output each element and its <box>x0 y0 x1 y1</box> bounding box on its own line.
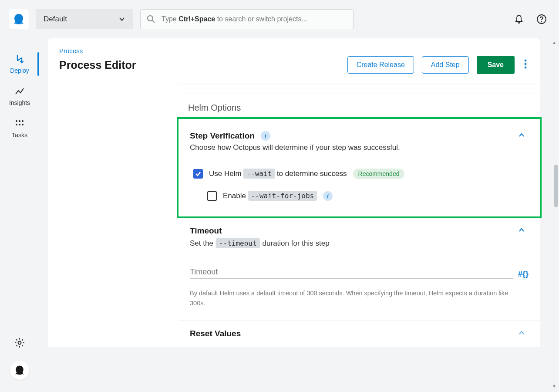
svg-point-14 <box>525 67 527 69</box>
collapse-toggle[interactable] <box>518 226 525 235</box>
create-release-button[interactable]: Create Release <box>347 56 414 74</box>
timeout-title: Timeout <box>190 226 222 236</box>
svg-point-10 <box>22 124 24 125</box>
svg-point-11 <box>18 341 21 345</box>
svg-point-12 <box>525 60 527 62</box>
settings-icon[interactable] <box>14 337 25 348</box>
svg-point-7 <box>22 120 24 122</box>
helm-options-heading: Helm Options <box>178 94 540 117</box>
collapse-toggle[interactable] <box>518 132 525 140</box>
nav-insights[interactable]: Insights <box>0 80 39 112</box>
step-verification-desc: Choose how Octopus will determine if you… <box>190 143 529 152</box>
info-icon[interactable]: i <box>323 191 333 201</box>
svg-point-4 <box>17 55 18 57</box>
breadcrumb-process[interactable]: Process <box>59 47 136 54</box>
nav-label: Deploy <box>10 67 29 74</box>
search-box[interactable]: Type Ctrl+Space to search or switch proj… <box>140 9 354 29</box>
timeout-helper: By default Helm uses a default timeout o… <box>190 288 521 308</box>
timeout-section: Timeout Set the --timeout duration for t… <box>178 218 540 317</box>
use-wait-label: Use Helm --wait to determine success <box>209 169 347 178</box>
insights-icon <box>14 86 25 97</box>
timeout-desc: Set the --timeout duration for this step <box>190 238 529 248</box>
nav-tasks[interactable]: Tasks <box>0 112 39 145</box>
reset-values-section: Reset Values <box>178 321 540 347</box>
bind-variable-icon[interactable]: #{} <box>518 270 529 279</box>
search-icon <box>147 15 155 24</box>
svg-point-0 <box>148 16 153 21</box>
user-avatar[interactable] <box>10 361 29 380</box>
use-wait-checkbox[interactable] <box>193 169 203 179</box>
svg-point-13 <box>525 63 527 65</box>
svg-line-1 <box>152 20 155 23</box>
space-selector[interactable]: Default <box>36 9 133 29</box>
svg-point-9 <box>19 124 20 125</box>
scroll-up-arrow[interactable]: ▲ <box>552 40 556 45</box>
chevron-down-icon <box>118 16 125 23</box>
app-logo[interactable] <box>9 9 29 29</box>
deploy-icon <box>14 54 25 64</box>
notifications-icon[interactable] <box>514 14 524 24</box>
scroll-down-arrow[interactable]: ▼ <box>552 384 556 389</box>
main-card: Process Process Editor Create Release Ad… <box>48 38 540 347</box>
recommended-badge: Recommended <box>353 169 405 179</box>
save-button[interactable]: Save <box>477 56 515 74</box>
step-verification-title: Step Verification <box>190 131 255 141</box>
space-name: Default <box>44 15 67 24</box>
page-title: Process Editor <box>59 59 136 71</box>
nav-deploy[interactable]: Deploy <box>0 48 39 80</box>
reset-values-title: Reset Values <box>190 329 241 338</box>
search-placeholder: Type Ctrl+Space to search or switch proj… <box>162 15 307 23</box>
wait-for-jobs-label: Enable --wait-for-jobs <box>223 192 317 200</box>
svg-point-8 <box>16 124 17 125</box>
step-verification-section: Step Verification i Choose how Octopus w… <box>177 117 542 218</box>
collapse-toggle[interactable] <box>518 329 525 338</box>
wait-for-jobs-checkbox[interactable] <box>207 191 217 201</box>
svg-point-5 <box>16 120 17 122</box>
nav-label: Insights <box>9 99 30 106</box>
nav-label: Tasks <box>12 132 27 139</box>
scrollbar-thumb[interactable] <box>554 165 558 207</box>
help-icon[interactable] <box>536 14 547 24</box>
tasks-icon <box>14 118 25 129</box>
info-icon[interactable]: i <box>261 131 270 141</box>
svg-point-3 <box>541 21 542 22</box>
more-menu-icon[interactable] <box>522 57 529 72</box>
add-step-button[interactable]: Add Step <box>422 56 469 74</box>
timeout-input[interactable] <box>190 266 513 279</box>
svg-point-6 <box>19 120 20 122</box>
